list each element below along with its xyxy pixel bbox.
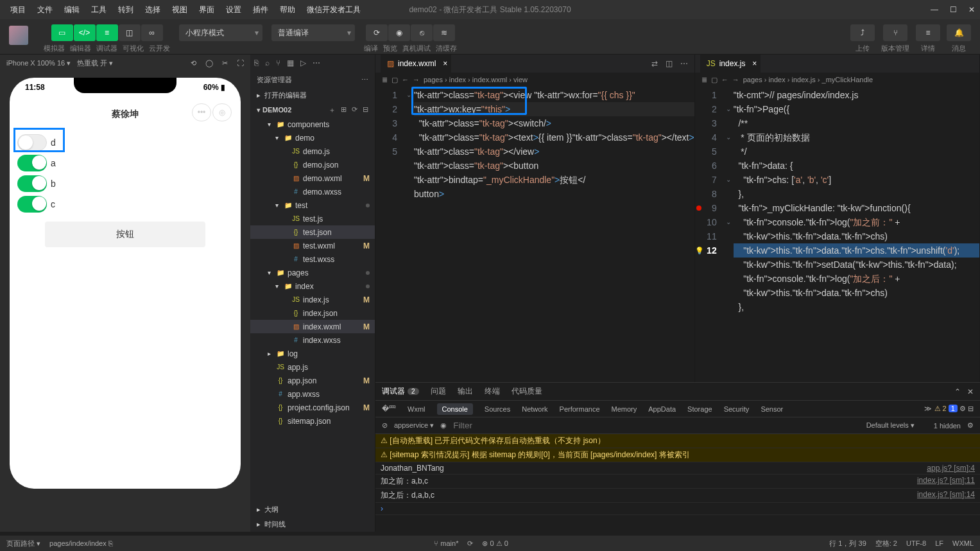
tree-test.js[interactable]: JStest.js bbox=[250, 212, 375, 225]
console-line[interactable]: ⚠ [自动热重载] 已开启代码文件保存后自动热重载（不支持 json） bbox=[375, 434, 980, 448]
visual-toggle[interactable]: ◫ bbox=[119, 24, 141, 41]
encoding-status[interactable]: UTF-8 bbox=[906, 539, 926, 547]
devtab-Console[interactable]: Console bbox=[437, 403, 473, 415]
tree-index[interactable]: ▾📁index bbox=[250, 279, 375, 293]
tree-index.wxss[interactable]: #index.wxss bbox=[250, 333, 375, 347]
panel-close-icon[interactable]: ✕ bbox=[967, 387, 974, 396]
menu-界面[interactable]: 界面 bbox=[194, 2, 219, 18]
tree-test[interactable]: ▾📁test bbox=[250, 198, 375, 212]
compile-button[interactable]: ⟳ bbox=[366, 24, 388, 41]
console-hidden[interactable]: 1 hidden bbox=[934, 422, 961, 430]
menu-文件[interactable]: 文件 bbox=[32, 2, 58, 18]
menu-编辑[interactable]: 编辑 bbox=[59, 2, 85, 18]
console-tab-调试器[interactable]: 调试器2 bbox=[382, 386, 419, 397]
rec-icon[interactable]: ◯ bbox=[205, 59, 213, 67]
rtool-版本管理[interactable]: ⑂ bbox=[883, 24, 907, 41]
console-tab-代码质量[interactable]: 代码质量 bbox=[511, 386, 542, 397]
devtab-Wxml[interactable]: Wxml bbox=[408, 405, 426, 413]
rotate-icon[interactable]: ⟲ bbox=[191, 59, 196, 67]
panel-up-icon[interactable]: ⌃ bbox=[954, 387, 961, 396]
clear-cache-button[interactable]: ≋ bbox=[433, 24, 455, 41]
gear-icon[interactable]: ⚙ bbox=[959, 405, 966, 412]
user-avatar[interactable] bbox=[9, 26, 28, 45]
tree-components[interactable]: ▾📁components bbox=[250, 118, 375, 131]
console-line[interactable]: Jonathan_BNTangapp.js? [sm]:4 bbox=[375, 462, 980, 475]
tree-test.wxml[interactable]: ▨test.wxmlM bbox=[250, 239, 375, 252]
close-icon[interactable]: ✕ bbox=[968, 5, 975, 14]
explorer-more-icon[interactable]: ⋯ bbox=[313, 58, 320, 67]
split-icon[interactable]: ◫ bbox=[666, 59, 673, 68]
console-filter-input[interactable] bbox=[453, 421, 569, 430]
devtab-Sources[interactable]: Sources bbox=[485, 405, 510, 413]
menu-转到[interactable]: 转到 bbox=[113, 2, 139, 18]
phone-more-icon[interactable]: ••• bbox=[192, 103, 211, 121]
eol-status[interactable]: LF bbox=[935, 539, 943, 547]
rtool-上传[interactable]: ⤴ bbox=[850, 24, 875, 41]
menu-工具[interactable]: 工具 bbox=[86, 2, 112, 18]
page-route[interactable]: pages/index/index ⎘ bbox=[49, 539, 113, 547]
rtool-消息[interactable]: 🔔 bbox=[947, 24, 971, 41]
problems-status[interactable]: ⊗ 0 ⚠ 0 bbox=[482, 539, 508, 548]
inspect-icon[interactable]: �罒 bbox=[382, 404, 396, 414]
tree-index.wxml[interactable]: ▨index.wxmlM bbox=[250, 320, 375, 333]
tab-index-js[interactable]: JSindex.js× bbox=[700, 55, 761, 73]
new-folder-icon[interactable]: ⊞ bbox=[341, 105, 347, 115]
menu-选择[interactable]: 选择 bbox=[140, 2, 166, 18]
explorer-menu-icon[interactable]: ⋯ bbox=[361, 76, 368, 84]
tree-log[interactable]: ▸📁log bbox=[250, 347, 375, 360]
console-tab-输出[interactable]: 输出 bbox=[458, 386, 473, 397]
mode-select[interactable]: 小程序模式 bbox=[179, 24, 262, 41]
tree-test.json[interactable]: {}test.json bbox=[250, 225, 375, 239]
indent-status[interactable]: 空格: 2 bbox=[875, 539, 897, 548]
rtool-详情[interactable]: ≡ bbox=[916, 24, 940, 41]
switch[interactable] bbox=[17, 196, 47, 213]
language-status[interactable]: WXML bbox=[952, 539, 974, 547]
compile-select[interactable]: 普通编译 bbox=[271, 24, 355, 41]
expand-icon[interactable]: ⛶ bbox=[237, 59, 244, 67]
menu-插件[interactable]: 插件 bbox=[248, 2, 273, 18]
sync-icon[interactable]: ⟳ bbox=[467, 539, 473, 548]
collapse-icon[interactable]: ⊟ bbox=[363, 105, 368, 115]
close-tab-icon[interactable]: × bbox=[443, 59, 447, 68]
console-line[interactable]: ⚠ [sitemap 索引情况提示] 根据 sitemap 的规则[0]，当前页… bbox=[375, 448, 980, 462]
console-line[interactable]: 加之前：a,b,cindex.js? [sm]:11 bbox=[375, 475, 980, 489]
devtab-AppData[interactable]: AppData bbox=[648, 405, 676, 413]
breadcrumb-left[interactable]: ≣ ▢ ←→ pages › index › index.wxml › view bbox=[375, 73, 694, 87]
hot-reload-toggle[interactable]: 热重载 开 ▾ bbox=[77, 58, 113, 68]
maximize-icon[interactable]: ☐ bbox=[950, 5, 957, 14]
tree-app.js[interactable]: JSapp.js bbox=[250, 360, 375, 374]
close-tab-icon[interactable]: × bbox=[752, 59, 757, 68]
project-section[interactable]: ▾ DEMO02 ＋ ⊞ ⟳ ⊟ bbox=[250, 103, 375, 118]
timeline-section[interactable]: ▸ 时间线 bbox=[250, 517, 375, 532]
tree-demo.js[interactable]: JSdemo.js bbox=[250, 144, 375, 158]
console-line[interactable]: 加之后：d,a,b,cindex.js? [sm]:14 bbox=[375, 489, 980, 503]
menu-视图[interactable]: 视图 bbox=[167, 2, 193, 18]
device-selector[interactable]: iPhone X 100% 16 ▾ bbox=[6, 59, 71, 67]
tree-project.config.json[interactable]: {}project.config.jsonM bbox=[250, 401, 375, 414]
console-gear-icon[interactable]: ⚙ bbox=[967, 421, 974, 430]
console-tab-问题[interactable]: 问题 bbox=[431, 386, 446, 397]
tree-app.wxss[interactable]: #app.wxss bbox=[250, 387, 375, 401]
console-eye-icon[interactable]: ◉ bbox=[440, 421, 447, 430]
tree-demo.json[interactable]: {}demo.json bbox=[250, 158, 375, 171]
new-file-icon[interactable]: ＋ bbox=[329, 105, 336, 115]
tree-demo.wxml[interactable]: ▨demo.wxmlM bbox=[250, 171, 375, 185]
tree-app.json[interactable]: {}app.jsonM bbox=[250, 374, 375, 387]
tree-pages[interactable]: ▾📁pages bbox=[250, 266, 375, 279]
tree-demo[interactable]: ▾📁demo bbox=[250, 131, 375, 144]
explorer-git-icon[interactable]: ⑂ bbox=[276, 58, 280, 67]
tree-index.json[interactable]: {}index.json bbox=[250, 306, 375, 320]
explorer-files-icon[interactable]: ⎘ bbox=[254, 58, 259, 67]
editor-toggle[interactable]: </> bbox=[74, 24, 96, 41]
explorer-ext-icon[interactable]: ▦ bbox=[287, 58, 294, 67]
devtab-Security[interactable]: Security bbox=[724, 405, 750, 413]
menu-微信开发者工具[interactable]: 微信开发者工具 bbox=[302, 2, 366, 18]
console-context[interactable]: appservice ▾ bbox=[394, 421, 434, 430]
devtab-Storage[interactable]: Storage bbox=[687, 405, 712, 413]
switch[interactable] bbox=[17, 175, 47, 192]
tab-index-wxml[interactable]: ▨index.wxml× bbox=[381, 55, 451, 73]
tree-test.wxss[interactable]: #test.wxss bbox=[250, 252, 375, 266]
explorer-search-icon[interactable]: ⌕ bbox=[265, 58, 270, 67]
debugger-toggle[interactable]: ≡ bbox=[96, 24, 118, 41]
tree-sitemap.json[interactable]: {}sitemap.json bbox=[250, 414, 375, 428]
